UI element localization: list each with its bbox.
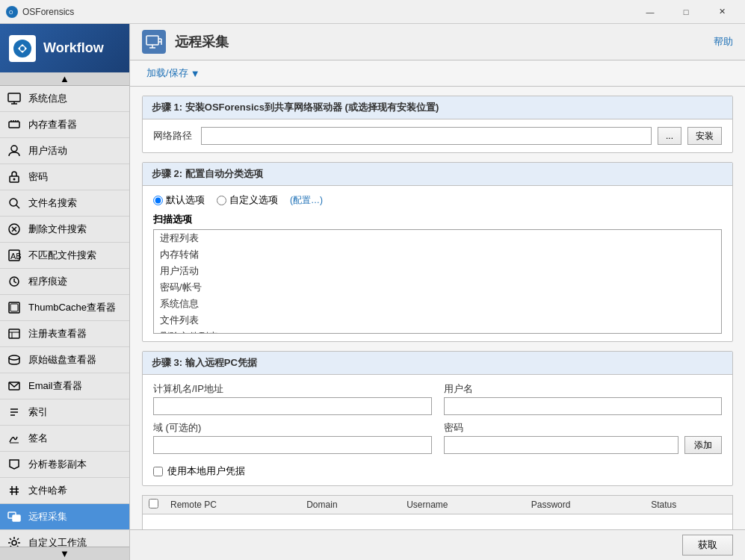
col-domain: Domain (300, 496, 401, 514)
system-icon (6, 90, 22, 107)
network-path-input[interactable] (201, 127, 652, 145)
select-all-checkbox[interactable] (149, 499, 158, 508)
computer-name-label: 计算机名/IP地址 (153, 382, 432, 396)
sidebar-item-mismatch-files[interactable]: ABC不匹配文件搜索 (0, 243, 129, 269)
memory-icon (6, 116, 22, 133)
sidebar-scroll-up[interactable]: ▲ (0, 72, 129, 86)
sidebar-item-index[interactable]: 索引 (0, 399, 129, 426)
custom-radio-input[interactable] (217, 196, 226, 205)
table-body (143, 514, 732, 530)
sidebar-item-file-hash[interactable]: 文件哈希 (0, 478, 129, 504)
scan-options-box[interactable]: 进程列表内存转储用户活动密码/帐号系统信息文件列表删除文件列表前缀缓内容 (153, 229, 722, 334)
sidebar-item-label-memory-viewer: 内存查看器 (28, 118, 77, 131)
sidebar-item-label-analyze-copy: 分析卷影副本 (28, 458, 87, 471)
sidebar-item-analyze-copy[interactable]: 分析卷影副本 (0, 452, 129, 478)
sidebar-item-label-index: 索引 (28, 405, 48, 419)
sidebar-item-deleted-files[interactable]: 删除文件搜索 (0, 217, 129, 243)
load-save-button[interactable]: 加载/保存 ▼ (142, 65, 205, 81)
sidebar-item-label-raw-disk: 原始磁盘查看器 (28, 353, 96, 367)
sidebar-logo (9, 35, 36, 62)
index-icon (6, 404, 22, 420)
sidebar-item-memory-viewer[interactable]: 内存查看器 (0, 112, 129, 138)
scan-option-item: 用户活动 (154, 263, 721, 279)
sidebar-item-label-signature: 签名 (28, 432, 48, 445)
sidebar-item-label-system-info: 系统信息 (28, 92, 67, 105)
sidebar-item-label-file-hash: 文件哈希 (28, 484, 67, 497)
main-container: Workflow ▲ 系统信息内存查看器用户活动密码文件名搜索删除文件搜索ABC… (0, 24, 745, 560)
scan-option-item: 内存转储 (154, 246, 721, 263)
network-path-label: 网络路径 (153, 129, 192, 143)
network-path-row: 网络路径 ... 安装 (153, 127, 722, 145)
default-option-radio[interactable]: 默认选项 (153, 193, 205, 207)
sidebar-item-label-email: Email查看器 (28, 379, 82, 393)
computer-name-input[interactable] (153, 397, 432, 415)
sidebar-title: Workflow (43, 40, 104, 56)
col-remote-pc: Remote PC (164, 496, 300, 514)
mismatch-icon: ABC (6, 247, 22, 264)
sidebar-item-system-info[interactable]: 系统信息 (0, 86, 129, 112)
default-radio-input[interactable] (153, 196, 163, 205)
step2-header: 步骤 2: 配置自动分类选项 (143, 163, 732, 186)
username-input[interactable] (444, 397, 723, 415)
step1-section: 步骤 1: 安装OSForensics到共享网络驱动器 (或选择现有安装位置) … (142, 96, 733, 153)
help-link[interactable]: 帮助 (714, 35, 733, 49)
custom-option-label: 自定义选项 (229, 193, 278, 207)
title-bar: O OSForensics — □ ✕ (0, 0, 745, 24)
fetch-button[interactable]: 获取 (682, 535, 733, 556)
sidebar-item-process-trace[interactable]: 程序痕迹 (0, 269, 129, 295)
sidebar-item-label-thumbcache: ThumbCache查看器 (28, 301, 116, 314)
browse-button[interactable]: ... (658, 127, 681, 145)
sidebar-scroll-down[interactable]: ▼ (0, 547, 129, 560)
sidebar-item-password[interactable]: 密码 (0, 164, 129, 190)
config-link[interactable]: (配置…) (290, 194, 323, 207)
sidebar-item-custom-workflow[interactable]: 自定义工作流 (0, 530, 129, 547)
analyze-icon (6, 456, 22, 473)
sidebar-item-label-deleted-files: 删除文件搜索 (28, 223, 87, 236)
app-title: OSForensics (22, 7, 633, 17)
password-label: 密码 (444, 421, 723, 435)
sidebar-item-user-activity[interactable]: 用户活动 (0, 138, 129, 164)
sidebar-item-label-password: 密码 (28, 170, 48, 184)
close-button[interactable]: ✕ (705, 0, 739, 24)
custom-option-radio[interactable]: 自定义选项 (217, 193, 278, 207)
sidebar-item-label-filename-search: 文件名搜索 (28, 196, 77, 210)
add-button[interactable]: 添加 (684, 436, 722, 454)
svg-rect-39 (13, 515, 20, 521)
password-row: 添加 (444, 436, 723, 454)
password-input[interactable] (444, 436, 679, 454)
local-credentials-checkbox[interactable] (153, 467, 163, 476)
step2-section: 步骤 2: 配置自动分类选项 默认选项 自定义选项 (配置…) 扫描选项 (142, 162, 733, 342)
svg-point-14 (13, 178, 16, 181)
sidebar-item-raw-disk[interactable]: 原始磁盘查看器 (0, 347, 129, 373)
custom-icon (6, 535, 22, 547)
computer-name-field: 计算机名/IP地址 (153, 382, 432, 415)
sidebar-item-signature[interactable]: 签名 (0, 426, 129, 452)
domain-input[interactable] (153, 436, 432, 454)
col-username: Username (401, 496, 525, 514)
sidebar-item-thumbcache[interactable]: ThumbCache查看器 (0, 295, 129, 321)
content-title: 远程采集 (175, 33, 229, 51)
content-header: 远程采集 帮助 (130, 24, 745, 60)
sidebar-item-email[interactable]: Email查看器 (0, 373, 129, 399)
svg-point-3 (20, 46, 25, 51)
sidebar-item-registry[interactable]: 注册表查看器 (0, 321, 129, 347)
email-icon (6, 378, 22, 394)
disk-icon (6, 352, 22, 368)
domain-label: 域 (可选的) (153, 421, 432, 435)
install-button[interactable]: 安装 (687, 127, 722, 145)
local-credentials-checkbox-row[interactable]: 使用本地用户凭据 (153, 464, 722, 478)
maximize-button[interactable]: □ (669, 0, 703, 24)
default-option-label: 默认选项 (166, 193, 205, 207)
sidebar-item-remote-acquire[interactable]: 远程采集 (0, 504, 129, 530)
username-label: 用户名 (444, 382, 723, 396)
toolbar: 加载/保存 ▼ (130, 60, 745, 87)
svg-text:O: O (9, 10, 13, 15)
domain-field: 域 (可选的) (153, 421, 432, 454)
scan-option-item: 进程列表 (154, 230, 721, 246)
app-logo: O (6, 6, 18, 18)
radio-row: 默认选项 自定义选项 (配置…) (153, 193, 722, 207)
sidebar-item-filename-search[interactable]: 文件名搜索 (0, 190, 129, 217)
minimize-button[interactable]: — (633, 0, 667, 24)
delete-icon (6, 221, 22, 237)
content-footer: 获取 (130, 529, 745, 560)
